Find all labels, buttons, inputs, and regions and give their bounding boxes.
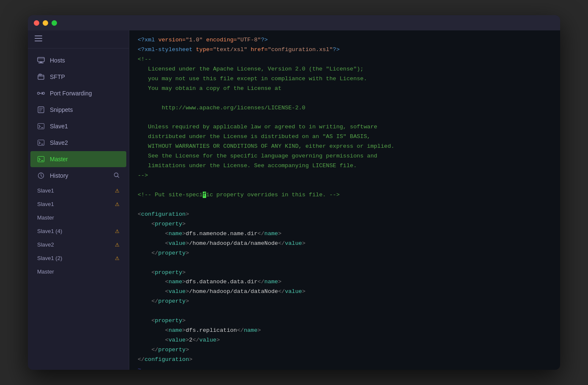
sidebar-item-master[interactable]: Master — [30, 151, 126, 167]
sidebar-item-hosts[interactable]: Hosts — [30, 52, 126, 68]
hosts-icon — [37, 57, 45, 64]
history-section: History Slave1 ⚠ — [28, 168, 129, 278]
svg-rect-0 — [35, 35, 42, 36]
svg-rect-1 — [35, 38, 42, 39]
sidebar-top — [28, 30, 129, 49]
warning-icon: ⚠ — [115, 188, 120, 194]
warning-icon: ⚠ — [115, 255, 120, 261]
sidebar-snippets-label: Snippets — [50, 106, 120, 113]
sidebar-item-sftp[interactable]: SFTP — [30, 69, 126, 85]
history-item-name: Slave1 (2) — [37, 255, 115, 261]
history-label: History — [50, 172, 109, 179]
close-button[interactable] — [34, 20, 39, 26]
sidebar-hosts-label: Hosts — [50, 57, 120, 64]
warning-icon: ⚠ — [115, 201, 120, 207]
history-item[interactable]: Slave1 ⚠ — [30, 198, 126, 211]
sidebar: Hosts SFTP — [28, 30, 129, 370]
svg-rect-8 — [39, 74, 41, 76]
history-item-name: Slave1 — [37, 201, 115, 207]
history-item[interactable]: Slave1 ⚠ — [30, 184, 126, 197]
history-icon — [37, 172, 45, 179]
snippets-icon — [37, 106, 45, 114]
sftp-icon — [37, 73, 45, 81]
main-window: Hosts SFTP — [28, 15, 560, 370]
svg-rect-2 — [35, 41, 42, 41]
history-item[interactable]: Slave1 (4) ⚠ — [30, 225, 126, 238]
history-item[interactable]: Master — [30, 265, 126, 278]
minimize-button[interactable] — [43, 20, 48, 26]
svg-rect-6 — [40, 62, 42, 62]
sidebar-item-slave1[interactable]: Slave1 — [30, 118, 126, 134]
hamburger-icon[interactable] — [35, 35, 122, 43]
port-forwarding-icon — [37, 89, 45, 97]
history-item[interactable]: Slave2 ⚠ — [30, 238, 126, 251]
sidebar-slave2-label: Slave2 — [50, 139, 120, 146]
svg-rect-5 — [38, 62, 44, 63]
history-item-name: Slave1 (4) — [37, 228, 115, 234]
history-search-icon[interactable] — [114, 172, 120, 179]
svg-rect-3 — [38, 57, 44, 62]
history-item-name: Master — [37, 214, 120, 221]
main-content: Hosts SFTP — [28, 30, 560, 370]
svg-rect-12 — [38, 124, 44, 129]
svg-rect-4 — [38, 58, 44, 59]
sidebar-slave1-label: Slave1 — [50, 123, 120, 130]
history-item-name: Master — [37, 268, 120, 275]
traffic-lights — [34, 20, 57, 26]
terminal-slave2-icon — [37, 139, 45, 146]
code-editor[interactable]: <?xml version="1.0" encoding="UTF-8"?> <… — [129, 30, 560, 370]
editor-content: <?xml version="1.0" encoding="UTF-8"?> <… — [129, 30, 560, 370]
titlebar — [28, 15, 560, 30]
svg-point-9 — [38, 92, 40, 95]
sidebar-item-slave2[interactable]: Slave2 — [30, 135, 126, 151]
sidebar-nav: Hosts SFTP — [28, 49, 129, 370]
sidebar-port-label: Port Forwarding — [50, 90, 120, 97]
svg-rect-13 — [38, 140, 44, 146]
svg-rect-14 — [38, 157, 44, 162]
history-item[interactable]: Slave1 (2) ⚠ — [30, 252, 126, 265]
sidebar-master-label: Master — [50, 156, 120, 163]
sidebar-sftp-label: SFTP — [50, 73, 120, 80]
history-header[interactable]: History — [30, 168, 126, 184]
history-items-list: Slave1 ⚠ Slave1 ⚠ Master Slave1 (4) ⚠ — [28, 184, 129, 278]
svg-rect-7 — [38, 75, 44, 79]
sidebar-item-snippets[interactable]: Snippets — [30, 102, 126, 118]
history-item-name: Slave2 — [37, 241, 115, 248]
warning-icon: ⚠ — [115, 242, 120, 248]
maximize-button[interactable] — [52, 20, 57, 26]
terminal-master-icon — [37, 155, 45, 163]
history-item-name: Slave1 — [37, 187, 115, 194]
sidebar-item-port-forwarding[interactable]: Port Forwarding — [30, 85, 126, 101]
terminal-slave1-icon — [37, 122, 45, 130]
warning-icon: ⚠ — [115, 228, 120, 234]
history-item[interactable]: Master — [30, 211, 126, 224]
